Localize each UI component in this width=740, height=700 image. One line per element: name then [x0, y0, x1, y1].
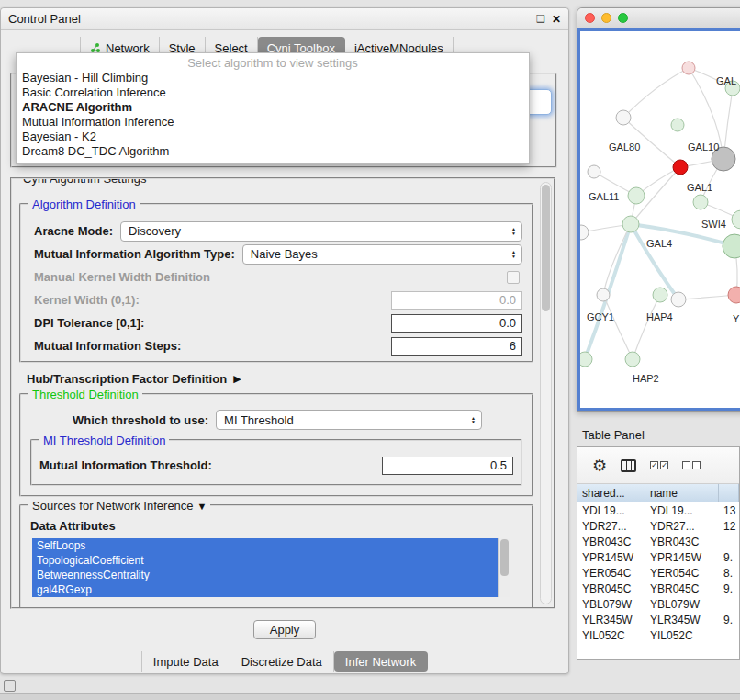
- node[interactable]: [588, 165, 600, 178]
- dropdown-item-selected[interactable]: ARACNE Algorithm: [17, 100, 529, 115]
- node[interactable]: [625, 352, 640, 367]
- column-header-shared-name[interactable]: shared...: [577, 484, 645, 502]
- node[interactable]: [616, 110, 631, 125]
- select-all-icon[interactable]: ✓ ✓: [650, 461, 668, 469]
- close-traffic-light[interactable]: [585, 13, 595, 23]
- list-scrollbar[interactable]: [498, 538, 510, 597]
- tab-discretize-data[interactable]: Discretize Data: [230, 651, 334, 672]
- cell[interactable]: 12: [719, 518, 739, 534]
- cell[interactable]: 9.: [719, 549, 739, 565]
- cell[interactable]: YBR043C: [577, 534, 645, 549]
- table-row[interactable]: YIL052C YIL052C: [577, 627, 739, 643]
- sources-group-header[interactable]: Sources for Network Inference ▼: [28, 499, 210, 513]
- table-row[interactable]: YPR145W YPR145W 9.: [577, 549, 739, 565]
- cell[interactable]: YPR145W: [645, 549, 719, 565]
- dropdown-item[interactable]: Dream8 DC_TDC Algorithm: [17, 144, 529, 159]
- dropdown-item[interactable]: Bayesian - K2: [17, 130, 529, 144]
- node[interactable]: [597, 288, 610, 301]
- cell[interactable]: YIL052C: [577, 627, 645, 643]
- dropdown-item[interactable]: Basic Correlation Inference: [17, 85, 529, 100]
- cell[interactable]: YPR145W: [577, 549, 645, 565]
- table-row[interactable]: YBL079W YBL079W: [577, 596, 739, 612]
- node[interactable]: [628, 187, 645, 204]
- cell[interactable]: [719, 627, 739, 643]
- aracne-mode-combobox[interactable]: Discovery ▲ ▼: [120, 221, 522, 242]
- cell[interactable]: 13: [719, 502, 739, 518]
- node[interactable]: [693, 195, 708, 209]
- cell[interactable]: YBL079W: [577, 596, 645, 612]
- control-panel-titlebar: Control Panel ❑ ✕: [1, 8, 568, 30]
- apply-button[interactable]: Apply: [253, 620, 316, 639]
- cell[interactable]: YDR27...: [577, 518, 645, 534]
- settings-scrollbar-thumb[interactable]: [542, 185, 550, 311]
- node[interactable]: [580, 352, 592, 367]
- node[interactable]: [732, 210, 740, 229]
- node[interactable]: [671, 119, 684, 131]
- list-item[interactable]: gal4RGexp: [32, 582, 498, 597]
- node[interactable]: [723, 234, 740, 258]
- dropdown-item[interactable]: Bayesian - Hill Climbing: [17, 71, 529, 85]
- cell[interactable]: YDR27...: [645, 518, 719, 534]
- list-item[interactable]: TopologicalCoefficient: [32, 553, 498, 568]
- gear-icon[interactable]: ⚙: [592, 457, 607, 474]
- cell[interactable]: YBL079W: [645, 596, 719, 612]
- mi-type-combobox[interactable]: Naive Bayes ▲ ▼: [242, 244, 522, 265]
- cell[interactable]: YLR345W: [645, 612, 719, 627]
- dpi-tolerance-field[interactable]: 0.0: [391, 314, 522, 333]
- cell[interactable]: YBR043C: [645, 534, 719, 549]
- aracne-mode-value: Discovery: [129, 224, 181, 238]
- table-row[interactable]: YBR043C YBR043C: [577, 534, 739, 549]
- collapsed-panel-icon[interactable]: [4, 680, 16, 692]
- cell[interactable]: YER054C: [645, 565, 719, 581]
- column-header-cut[interactable]: [719, 484, 739, 502]
- network-canvas[interactable]: GAL GAL80 GAL10 GAL11 GAL1 SWI4 GAL4 GCY…: [577, 28, 740, 411]
- cell[interactable]: [719, 534, 739, 549]
- list-item[interactable]: BetweennessCentrality: [32, 568, 498, 582]
- cell[interactable]: YBR045C: [577, 581, 645, 596]
- cell[interactable]: YDL19...: [645, 502, 719, 518]
- node-label: GAL1: [687, 182, 712, 193]
- columns-icon[interactable]: [621, 459, 636, 472]
- mi-steps-field[interactable]: 6: [391, 337, 522, 356]
- table-row[interactable]: YER054C YER054C 8.: [577, 565, 739, 581]
- which-threshold-combobox[interactable]: MI Threshold ▲ ▼: [216, 410, 482, 430]
- settings-scrollbar[interactable]: [540, 182, 552, 604]
- node[interactable]: [653, 288, 667, 302]
- list-scrollbar-thumb[interactable]: [500, 539, 509, 576]
- node-highlighted-red[interactable]: [673, 160, 688, 175]
- manual-kernel-checkbox[interactable]: [507, 271, 520, 284]
- mi-threshold-field[interactable]: 0.5: [382, 457, 513, 475]
- cell[interactable]: 8.: [719, 565, 739, 581]
- tab-impute-data[interactable]: Impute Data: [141, 651, 230, 672]
- kernel-width-field[interactable]: 0.0: [391, 291, 522, 310]
- node[interactable]: [580, 225, 589, 240]
- table-row[interactable]: YDL19... YDL19... 13: [577, 502, 739, 518]
- cell[interactable]: [719, 596, 739, 612]
- node[interactable]: [682, 62, 695, 74]
- hub-definition-header[interactable]: Hub/Transcription Factor Definition ▶: [27, 372, 535, 386]
- dropdown-item[interactable]: Mutual Information Inference: [17, 115, 529, 130]
- deselect-all-icon[interactable]: [682, 461, 701, 469]
- cell[interactable]: YDL19...: [577, 502, 645, 518]
- combo-stepper-icon: ▲ ▼: [509, 250, 519, 258]
- tab-infer-network[interactable]: Infer Network: [334, 651, 428, 672]
- node[interactable]: [622, 216, 639, 232]
- cell[interactable]: YIL052C: [645, 627, 719, 643]
- table-row[interactable]: YDR27... YDR27... 12: [577, 518, 739, 534]
- cell[interactable]: YER054C: [577, 565, 645, 581]
- zoom-traffic-light[interactable]: [618, 13, 628, 23]
- float-window-icon[interactable]: ❑: [536, 13, 545, 25]
- node[interactable]: [671, 292, 686, 307]
- cell[interactable]: YBR045C: [645, 581, 719, 596]
- close-icon[interactable]: ✕: [552, 13, 561, 26]
- node[interactable]: [728, 287, 740, 303]
- table-row[interactable]: YBR045C YBR045C 9.: [577, 581, 739, 596]
- cell[interactable]: 9.: [719, 612, 739, 627]
- column-header-name[interactable]: name: [645, 484, 719, 502]
- cell[interactable]: 9.: [719, 581, 739, 596]
- list-item[interactable]: SelfLoops: [32, 538, 498, 553]
- kernel-width-row: Kernel Width (0,1): 0.0: [34, 288, 522, 311]
- table-row[interactable]: YLR345W YLR345W 9.: [577, 612, 739, 627]
- cell[interactable]: YLR345W: [577, 612, 645, 627]
- minimize-traffic-light[interactable]: [601, 13, 611, 23]
